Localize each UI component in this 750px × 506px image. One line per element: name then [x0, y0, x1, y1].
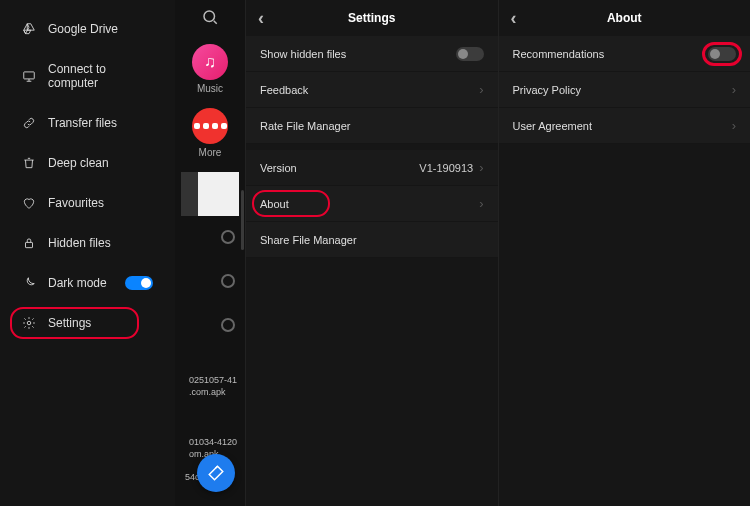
row-label: Show hidden files	[260, 48, 346, 60]
sidebar-item-label: Favourites	[48, 196, 104, 210]
sidebar-item-hidden-files[interactable]: Hidden files	[0, 234, 175, 252]
computer-icon	[22, 69, 36, 83]
file-thumbnail[interactable]	[181, 172, 239, 216]
row-label: Privacy Policy	[513, 84, 581, 96]
svg-rect-0	[24, 72, 35, 79]
sidebar-item-dark-mode[interactable]: Dark mode	[0, 274, 175, 292]
row-version: Version V1-190913 ›	[246, 150, 498, 186]
lock-icon	[22, 236, 36, 250]
toggle-show-hidden[interactable]	[456, 47, 484, 61]
sidebar-item-label: Google Drive	[48, 22, 118, 36]
sidebar-item-transfer-files[interactable]: Transfer files	[0, 114, 175, 132]
chevron-right-icon: ›	[732, 82, 736, 97]
row-label: Feedback	[260, 84, 308, 96]
panel-header: ‹ About	[499, 0, 751, 36]
file-chip[interactable]: 0251057-41 .com.apk	[175, 374, 245, 398]
sidebar-item-label: Deep clean	[48, 156, 109, 170]
row-share[interactable]: Share File Manager	[246, 222, 498, 258]
chevron-right-icon: ›	[479, 82, 483, 97]
sidebar-item-label: Connect to computer	[48, 62, 153, 90]
svg-point-2	[27, 321, 31, 325]
link-icon	[22, 116, 36, 130]
search-icon[interactable]	[201, 8, 219, 30]
trash-icon	[22, 156, 36, 170]
app-label: Music	[197, 83, 223, 94]
row-user-agreement[interactable]: User Agreement ›	[499, 108, 751, 144]
sidebar-item-settings[interactable]: Settings	[0, 314, 175, 332]
moon-icon	[22, 276, 36, 290]
row-rate[interactable]: Rate File Manager	[246, 108, 498, 144]
select-radio[interactable]	[221, 274, 235, 288]
version-value: V1-190913	[419, 162, 473, 174]
row-feedback[interactable]: Feedback ›	[246, 72, 498, 108]
back-button[interactable]: ‹	[258, 9, 264, 27]
app-music[interactable]: ♫ Music	[192, 44, 228, 94]
row-label: User Agreement	[513, 120, 592, 132]
chevron-right-icon: ›	[479, 160, 483, 175]
chevron-right-icon: ›	[479, 196, 483, 211]
sidebar-item-connect-computer[interactable]: Connect to computer	[0, 60, 175, 92]
drive-icon	[22, 22, 36, 36]
settings-panel: ‹ Settings Show hidden files Feedback › …	[245, 0, 498, 506]
select-radio[interactable]	[221, 318, 235, 332]
svg-rect-1	[26, 242, 33, 247]
panel-title: Settings	[348, 11, 395, 25]
scrollbar[interactable]	[241, 190, 244, 250]
sidebar-item-favourites[interactable]: Favourites	[0, 194, 175, 212]
grid-icon	[192, 108, 228, 144]
panel-header: ‹ Settings	[246, 0, 498, 36]
svg-point-3	[204, 11, 215, 22]
row-label: Recommendations	[513, 48, 605, 60]
heart-icon	[22, 196, 36, 210]
row-label: Version	[260, 162, 297, 174]
app-label: More	[199, 147, 222, 158]
row-recommendations[interactable]: Recommendations	[499, 36, 751, 72]
app-more[interactable]: More	[192, 108, 228, 158]
dark-mode-toggle[interactable]	[125, 276, 153, 290]
row-privacy[interactable]: Privacy Policy ›	[499, 72, 751, 108]
select-radio[interactable]	[221, 230, 235, 244]
sidebar-item-google-drive[interactable]: Google Drive	[0, 20, 175, 38]
music-icon: ♫	[192, 44, 228, 80]
sidebar-item-label: Dark mode	[48, 276, 107, 290]
row-label: Rate File Manager	[260, 120, 351, 132]
file-strip: ♫ Music More 0251057-41 .com.apk 01034-4…	[175, 0, 245, 506]
about-panel: ‹ About Recommendations Privacy Policy ›…	[498, 0, 751, 506]
panel-title: About	[607, 11, 642, 25]
sidebar-item-label: Transfer files	[48, 116, 117, 130]
row-label: Share File Manager	[260, 234, 357, 246]
sidebar-item-label: Hidden files	[48, 236, 111, 250]
back-button[interactable]: ‹	[511, 9, 517, 27]
row-show-hidden[interactable]: Show hidden files	[246, 36, 498, 72]
chevron-right-icon: ›	[732, 118, 736, 133]
toggle-recommendations[interactable]	[708, 47, 736, 61]
fab-clean[interactable]	[197, 454, 235, 492]
sidebar-item-label: Settings	[48, 316, 91, 330]
row-label: About	[260, 198, 289, 210]
sidebar: Google Drive Connect to computer Transfe…	[0, 0, 175, 506]
row-about[interactable]: About ›	[246, 186, 498, 222]
sidebar-item-deep-clean[interactable]: Deep clean	[0, 154, 175, 172]
gear-icon	[22, 316, 36, 330]
